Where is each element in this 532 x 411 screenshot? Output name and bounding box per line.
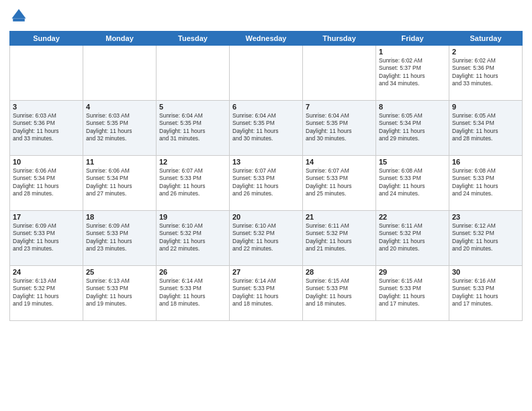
day-number: 26 — [159, 268, 226, 276]
day-number: 16 — [452, 158, 519, 166]
day-info: Sunrise: 6:05 AM Sunset: 5:34 PM Dayligh… — [379, 112, 446, 143]
day-number: 20 — [232, 213, 300, 221]
day-info: Sunrise: 6:02 AM Sunset: 5:37 PM Dayligh… — [379, 57, 446, 88]
day-number: 1 — [379, 48, 446, 56]
day-info: Sunrise: 6:08 AM Sunset: 5:33 PM Dayligh… — [452, 167, 519, 198]
day-cell: 26Sunrise: 6:14 AM Sunset: 5:33 PM Dayli… — [157, 266, 230, 321]
day-cell: 13Sunrise: 6:07 AM Sunset: 5:33 PM Dayli… — [230, 156, 303, 211]
day-number: 24 — [13, 268, 80, 276]
col-header-wednesday: Wednesday — [230, 32, 303, 46]
day-cell: 12Sunrise: 6:07 AM Sunset: 5:33 PM Dayli… — [157, 156, 230, 211]
calendar-header-row: SundayMondayTuesdayWednesdayThursdayFrid… — [10, 32, 523, 46]
day-info: Sunrise: 6:07 AM Sunset: 5:33 PM Dayligh… — [232, 167, 300, 198]
day-info: Sunrise: 6:06 AM Sunset: 5:34 PM Dayligh… — [13, 167, 80, 198]
col-header-saturday: Saturday — [449, 32, 523, 46]
day-info: Sunrise: 6:15 AM Sunset: 5:33 PM Dayligh… — [379, 277, 446, 308]
day-number: 2 — [452, 48, 519, 56]
day-cell: 9Sunrise: 6:05 AM Sunset: 5:34 PM Daylig… — [449, 101, 523, 156]
day-info: Sunrise: 6:10 AM Sunset: 5:32 PM Dayligh… — [232, 222, 300, 253]
day-cell: 16Sunrise: 6:08 AM Sunset: 5:33 PM Dayli… — [449, 156, 523, 211]
day-number: 27 — [232, 268, 300, 276]
day-cell: 25Sunrise: 6:13 AM Sunset: 5:33 PM Dayli… — [83, 266, 157, 321]
day-number: 4 — [86, 103, 153, 111]
day-info: Sunrise: 6:11 AM Sunset: 5:32 PM Dayligh… — [379, 222, 446, 253]
day-number: 28 — [306, 268, 373, 276]
day-info: Sunrise: 6:07 AM Sunset: 5:33 PM Dayligh… — [159, 167, 226, 198]
day-cell — [83, 46, 157, 101]
day-cell: 1Sunrise: 6:02 AM Sunset: 5:37 PM Daylig… — [376, 46, 449, 101]
day-number: 22 — [379, 213, 446, 221]
day-cell — [303, 46, 376, 101]
day-cell: 5Sunrise: 6:04 AM Sunset: 5:35 PM Daylig… — [157, 101, 230, 156]
day-cell: 3Sunrise: 6:03 AM Sunset: 5:36 PM Daylig… — [10, 101, 83, 156]
day-number: 23 — [452, 213, 519, 221]
day-number: 8 — [379, 103, 446, 111]
day-info: Sunrise: 6:11 AM Sunset: 5:32 PM Dayligh… — [306, 222, 373, 253]
day-number: 25 — [86, 268, 153, 276]
day-info: Sunrise: 6:14 AM Sunset: 5:33 PM Dayligh… — [159, 277, 226, 308]
day-cell — [10, 46, 83, 101]
day-cell: 22Sunrise: 6:11 AM Sunset: 5:32 PM Dayli… — [376, 211, 449, 266]
week-row-1: 1Sunrise: 6:02 AM Sunset: 5:37 PM Daylig… — [10, 46, 523, 101]
day-cell: 7Sunrise: 6:04 AM Sunset: 5:35 PM Daylig… — [303, 101, 376, 156]
day-number: 5 — [159, 103, 226, 111]
day-cell: 2Sunrise: 6:02 AM Sunset: 5:36 PM Daylig… — [449, 46, 523, 101]
day-info: Sunrise: 6:09 AM Sunset: 5:33 PM Dayligh… — [86, 222, 153, 253]
day-cell: 6Sunrise: 6:04 AM Sunset: 5:35 PM Daylig… — [230, 101, 303, 156]
day-number: 6 — [232, 103, 300, 111]
day-number: 30 — [452, 268, 519, 276]
header — [9, 7, 523, 26]
week-row-2: 3Sunrise: 6:03 AM Sunset: 5:36 PM Daylig… — [10, 101, 523, 156]
day-cell: 15Sunrise: 6:08 AM Sunset: 5:33 PM Dayli… — [376, 156, 449, 211]
day-number: 3 — [13, 103, 80, 111]
col-header-thursday: Thursday — [303, 32, 376, 46]
week-row-5: 24Sunrise: 6:13 AM Sunset: 5:32 PM Dayli… — [10, 266, 523, 321]
day-info: Sunrise: 6:04 AM Sunset: 5:35 PM Dayligh… — [232, 112, 300, 143]
col-header-sunday: Sunday — [10, 32, 83, 46]
day-cell: 28Sunrise: 6:15 AM Sunset: 5:33 PM Dayli… — [303, 266, 376, 321]
day-cell — [157, 46, 230, 101]
col-header-monday: Monday — [83, 32, 157, 46]
day-number: 14 — [306, 158, 373, 166]
col-header-tuesday: Tuesday — [157, 32, 230, 46]
day-info: Sunrise: 6:14 AM Sunset: 5:33 PM Dayligh… — [232, 277, 300, 308]
day-info: Sunrise: 6:04 AM Sunset: 5:35 PM Dayligh… — [159, 112, 226, 143]
day-info: Sunrise: 6:15 AM Sunset: 5:33 PM Dayligh… — [306, 277, 373, 308]
day-number: 12 — [159, 158, 226, 166]
day-number: 15 — [379, 158, 446, 166]
day-number: 10 — [13, 158, 80, 166]
week-row-3: 10Sunrise: 6:06 AM Sunset: 5:34 PM Dayli… — [10, 156, 523, 211]
day-info: Sunrise: 6:03 AM Sunset: 5:35 PM Dayligh… — [86, 112, 153, 143]
week-row-4: 17Sunrise: 6:09 AM Sunset: 5:33 PM Dayli… — [10, 211, 523, 266]
day-info: Sunrise: 6:13 AM Sunset: 5:33 PM Dayligh… — [86, 277, 153, 308]
day-cell: 8Sunrise: 6:05 AM Sunset: 5:34 PM Daylig… — [376, 101, 449, 156]
day-info: Sunrise: 6:06 AM Sunset: 5:34 PM Dayligh… — [86, 167, 153, 198]
day-number: 21 — [306, 213, 373, 221]
day-info: Sunrise: 6:07 AM Sunset: 5:33 PM Dayligh… — [306, 167, 373, 198]
day-info: Sunrise: 6:04 AM Sunset: 5:35 PM Dayligh… — [306, 112, 373, 143]
day-cell: 29Sunrise: 6:15 AM Sunset: 5:33 PM Dayli… — [376, 266, 449, 321]
day-number: 13 — [232, 158, 300, 166]
day-info: Sunrise: 6:03 AM Sunset: 5:36 PM Dayligh… — [13, 112, 80, 143]
day-cell: 18Sunrise: 6:09 AM Sunset: 5:33 PM Dayli… — [83, 211, 157, 266]
day-cell: 14Sunrise: 6:07 AM Sunset: 5:33 PM Dayli… — [303, 156, 376, 211]
day-info: Sunrise: 6:12 AM Sunset: 5:32 PM Dayligh… — [452, 222, 519, 253]
day-info: Sunrise: 6:08 AM Sunset: 5:33 PM Dayligh… — [379, 167, 446, 198]
logo — [9, 7, 31, 26]
day-cell: 23Sunrise: 6:12 AM Sunset: 5:32 PM Dayli… — [449, 211, 523, 266]
day-number: 7 — [306, 103, 373, 111]
page: SundayMondayTuesdayWednesdayThursdayFrid… — [0, 0, 532, 411]
day-number: 9 — [452, 103, 519, 111]
day-cell: 4Sunrise: 6:03 AM Sunset: 5:35 PM Daylig… — [83, 101, 157, 156]
day-info: Sunrise: 6:16 AM Sunset: 5:33 PM Dayligh… — [452, 277, 519, 308]
day-number: 19 — [159, 213, 226, 221]
svg-marker-0 — [12, 9, 26, 19]
day-cell: 24Sunrise: 6:13 AM Sunset: 5:32 PM Dayli… — [10, 266, 83, 321]
logo-icon — [9, 7, 28, 26]
svg-rect-1 — [13, 19, 25, 21]
day-cell: 11Sunrise: 6:06 AM Sunset: 5:34 PM Dayli… — [83, 156, 157, 211]
col-header-friday: Friday — [376, 32, 449, 46]
day-info: Sunrise: 6:10 AM Sunset: 5:32 PM Dayligh… — [159, 222, 226, 253]
day-number: 18 — [86, 213, 153, 221]
day-info: Sunrise: 6:05 AM Sunset: 5:34 PM Dayligh… — [452, 112, 519, 143]
